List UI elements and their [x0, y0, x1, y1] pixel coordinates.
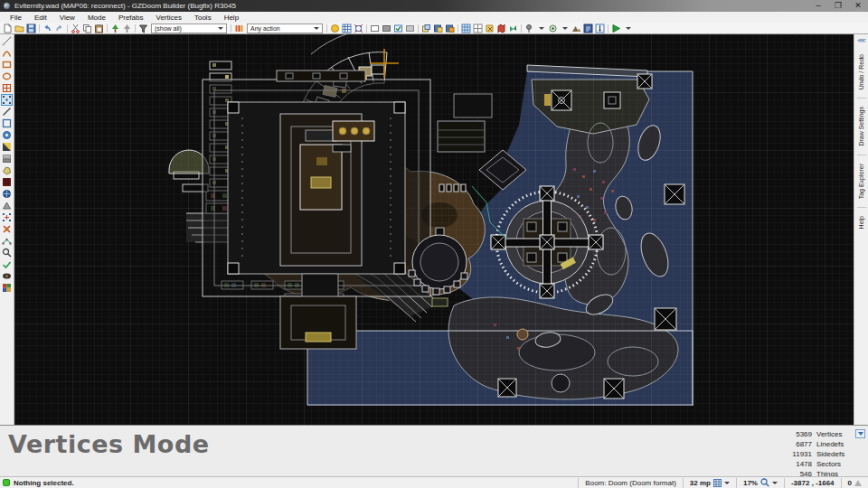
chevron-down-icon[interactable]: [724, 482, 730, 484]
linedef-action-dropdown[interactable]: Any action: [247, 23, 323, 33]
warnings-indicator[interactable]: 0: [841, 478, 868, 488]
warning-triangle-icon: [854, 480, 862, 486]
snap-to-grid-icon[interactable]: [353, 23, 364, 33]
stat-sectors: 1478Sectors: [783, 459, 853, 469]
menu-prefabs[interactable]: Prefabs: [112, 14, 150, 22]
linedefs-filter-tree-icon[interactable]: [121, 23, 133, 33]
minimize-button[interactable]: –: [808, 0, 828, 12]
view-normal-icon[interactable]: [369, 23, 381, 33]
rotate-clockwise-icon[interactable]: [484, 23, 495, 33]
gzdoom-builder-window: Eviternity.wad (MAP06: reconnect) - GZDo…: [0, 0, 868, 488]
statistics-filter-icon[interactable]: [855, 429, 865, 438]
brightness-mode-icon[interactable]: [1, 141, 13, 153]
stat-sidedefs: 11931Sidedefs: [783, 449, 853, 459]
view-used-tags-icon[interactable]: [1, 270, 13, 282]
make-sector-mode-icon[interactable]: [1, 164, 13, 176]
draw-rectangle-icon[interactable]: [1, 59, 13, 70]
tab-help[interactable]: Help: [858, 208, 864, 237]
error-check-icon[interactable]: [1, 258, 13, 270]
chevron-down-icon[interactable]: [535, 23, 547, 33]
new-map-icon[interactable]: [2, 23, 14, 33]
chevron-down-icon[interactable]: [622, 23, 634, 33]
menu-help[interactable]: Help: [218, 14, 245, 22]
cursor-coordinates: -3872 , -1664: [784, 478, 841, 488]
full-brightness-icon[interactable]: [329, 23, 341, 33]
floor-ceiling-mode-icon[interactable]: [1, 153, 13, 164]
status-bar: Nothing selected. Boom: Doom (Doom forma…: [0, 476, 868, 488]
things-mode-icon[interactable]: [1, 129, 13, 141]
grid-size-control[interactable]: 32 mp: [683, 478, 736, 488]
tab-undo-redo[interactable]: Undo / Redo: [858, 46, 864, 98]
flip-icon[interactable]: [507, 23, 519, 33]
plumb-line-icon[interactable]: [594, 23, 606, 33]
side-panel-dock: ⋘ Undo / Redo Draw Settings Tag Explorer…: [854, 34, 868, 425]
tab-tag-explorer[interactable]: Tag Explorer: [858, 155, 864, 207]
grid-decrease-icon[interactable]: [472, 23, 484, 33]
view-brightness-icon[interactable]: [381, 23, 392, 33]
align-things-icon[interactable]: [1, 211, 13, 223]
cut-icon[interactable]: [70, 23, 81, 33]
dock-pin-icon[interactable]: ⋘: [854, 34, 868, 46]
draw-curve-icon[interactable]: [1, 47, 13, 59]
chevron-down-icon[interactable]: [772, 482, 778, 484]
mode-info-panel: Vertices Mode 5369Vertices 6877Linedefs …: [0, 425, 868, 476]
view-selection-icon[interactable]: [547, 23, 559, 33]
test-map-icon[interactable]: [610, 23, 622, 33]
obstacle-checker-icon[interactable]: [1, 223, 13, 235]
maximize-button[interactable]: ❐: [828, 0, 848, 12]
copy-icon[interactable]: [81, 23, 93, 33]
rotate-counter-icon[interactable]: [495, 23, 507, 33]
things-filter-dropdown[interactable]: (show all): [151, 23, 227, 33]
insert-thing-icon[interactable]: [524, 23, 535, 33]
test-mountain-icon[interactable]: [571, 23, 582, 33]
visplane-explorer-icon[interactable]: [1, 188, 13, 200]
chevron-down-icon[interactable]: [559, 23, 571, 33]
menu-tools[interactable]: Tools: [188, 14, 218, 22]
chevron-down-icon: [314, 27, 319, 30]
redo-icon[interactable]: [53, 23, 65, 33]
things-filter-tree-icon[interactable]: [109, 23, 121, 33]
status-message: Nothing selected.: [14, 479, 74, 487]
view-floors-icon[interactable]: [392, 23, 404, 33]
toggle-grid-icon[interactable]: [341, 23, 353, 33]
zoom-control[interactable]: 17%: [736, 478, 784, 488]
map-view[interactable]: [14, 34, 854, 425]
menu-edit[interactable]: Edit: [28, 14, 53, 22]
paste-properties-icon[interactable]: [432, 23, 444, 33]
find-replace-icon[interactable]: [1, 247, 13, 258]
linedef-action-icon[interactable]: [233, 23, 245, 33]
vertices-mode-icon[interactable]: [1, 94, 13, 106]
script-editor-icon[interactable]: [582, 23, 594, 33]
draw-grid-icon[interactable]: [1, 82, 13, 94]
nodes-viewer-icon[interactable]: [1, 200, 13, 211]
curve-linedefs-icon[interactable]: [1, 235, 13, 247]
paste-icon[interactable]: [93, 23, 105, 33]
menu-mode[interactable]: Mode: [81, 14, 112, 22]
mode-title: Vertices Mode: [0, 426, 868, 458]
linedefs-mode-icon[interactable]: [1, 106, 13, 117]
grid-setup-icon[interactable]: [460, 23, 472, 33]
tab-draw-settings[interactable]: Draw Settings: [858, 99, 864, 155]
map-canvas[interactable]: [14, 34, 854, 425]
save-map-icon[interactable]: [25, 23, 37, 33]
menu-vertices[interactable]: Vertices: [149, 14, 187, 22]
undo-icon[interactable]: [42, 23, 53, 33]
open-map-icon[interactable]: [14, 23, 25, 33]
filter-funnel-icon[interactable]: [137, 23, 149, 33]
texture-browser-icon[interactable]: [1, 282, 13, 294]
edit-modes-toolbar: [0, 34, 14, 425]
draw-lines-icon[interactable]: [1, 35, 13, 47]
title-bar: Eviternity.wad (MAP06: reconnect) - GZDo…: [0, 0, 868, 12]
view-ceilings-icon[interactable]: [404, 23, 416, 33]
copy-properties-icon[interactable]: [420, 23, 432, 33]
map-analysis-mode-icon[interactable]: [1, 176, 13, 188]
app-icon: [3, 2, 11, 10]
menu-file[interactable]: File: [4, 14, 28, 22]
menu-view[interactable]: View: [53, 14, 81, 22]
close-button[interactable]: ✕: [848, 0, 868, 12]
sectors-mode-icon[interactable]: [1, 117, 13, 129]
grid-size-value: 32 mp: [690, 479, 711, 487]
draw-ellipse-icon[interactable]: [1, 70, 13, 82]
paste-properties-options-icon[interactable]: [444, 23, 456, 33]
map-statistics: 5369Vertices 6877Linedefs 11931Sidedefs …: [783, 429, 853, 479]
